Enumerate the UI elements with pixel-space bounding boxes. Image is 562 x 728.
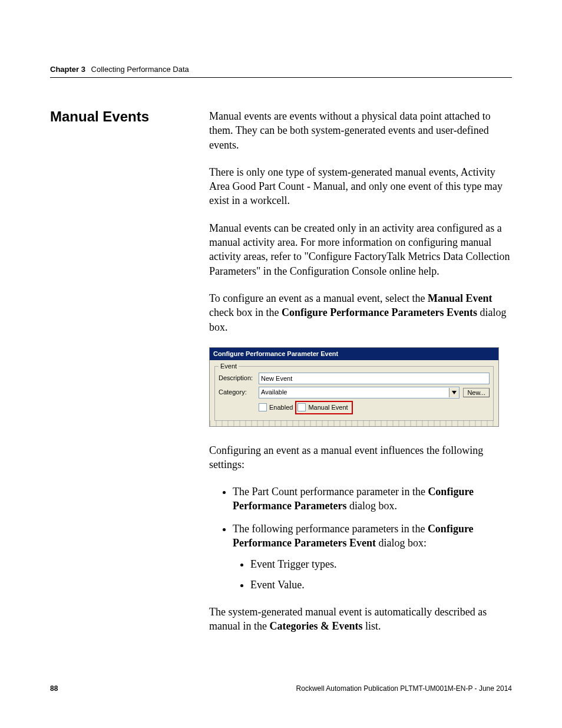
- text-run: The following performance parameters in …: [233, 523, 428, 535]
- chapter-label: Chapter 3: [50, 65, 85, 74]
- body-paragraph: There is only one type of system-generat…: [209, 165, 512, 208]
- category-selected-value: Available: [259, 388, 449, 397]
- text-bold: Configure Performance Parameters Events: [282, 307, 477, 318]
- sub-bullet-list: Event Trigger types. Event Value.: [233, 557, 512, 592]
- text-bold: Categories & Events: [269, 620, 362, 632]
- manual-event-checkbox[interactable]: [297, 403, 306, 411]
- list-item: Event Trigger types.: [250, 557, 512, 571]
- manual-event-highlight: Manual Event: [295, 401, 352, 414]
- description-input[interactable]: [259, 373, 490, 384]
- category-select[interactable]: Available: [259, 387, 459, 398]
- category-label: Category:: [219, 388, 255, 397]
- torn-edge-decoration: [210, 420, 498, 426]
- dialog-title: Configure Performance Parameter Event: [210, 348, 498, 360]
- page-header: Chapter 3 Collecting Performance Data: [50, 65, 512, 78]
- chapter-title: Collecting Performance Data: [91, 65, 189, 74]
- body-paragraph: Manual events can be created only in an …: [209, 221, 512, 278]
- list-item: Event Value.: [250, 578, 512, 592]
- body-paragraph: Configuring an event as a manual event i…: [209, 443, 512, 472]
- list-item: The following performance parameters in …: [233, 522, 512, 592]
- text-bold: Manual Event: [428, 292, 492, 304]
- text-run: dialog box.: [346, 500, 397, 512]
- body-paragraph: The system-generated manual event is aut…: [209, 605, 512, 634]
- section-heading: Manual Events: [50, 109, 209, 647]
- enabled-checkbox[interactable]: [259, 403, 267, 411]
- text-run: list.: [362, 620, 381, 632]
- description-label: Description:: [219, 374, 255, 383]
- dialog-configure-performance-parameter-event: Configure Performance Parameter Event Ev…: [209, 347, 499, 427]
- enabled-label: Enabled: [269, 403, 293, 412]
- text-run: The Part Count performance parameter in …: [233, 486, 428, 498]
- text-run: To configure an event as a manual event,…: [209, 292, 428, 304]
- body-paragraph: To configure an event as a manual event,…: [209, 291, 512, 334]
- manual-event-label: Manual Event: [308, 403, 348, 412]
- bullet-list: The Part Count performance parameter in …: [209, 485, 512, 592]
- page-footer: 88 Rockwell Automation Publication PLTMT…: [50, 684, 512, 693]
- text-run: check box in the: [209, 307, 282, 318]
- event-fieldset: Event Description: Category: Available: [214, 366, 494, 421]
- chevron-down-icon[interactable]: [449, 388, 459, 397]
- list-item: The Part Count performance parameter in …: [233, 485, 512, 513]
- body-paragraph: Manual events are events without a physi…: [209, 109, 512, 152]
- page-number: 88: [50, 684, 58, 693]
- new-button[interactable]: New...: [463, 388, 490, 397]
- text-run: dialog box:: [376, 537, 427, 549]
- publication-line: Rockwell Automation Publication PLTMT-UM…: [296, 684, 512, 693]
- fieldset-legend: Event: [219, 362, 239, 371]
